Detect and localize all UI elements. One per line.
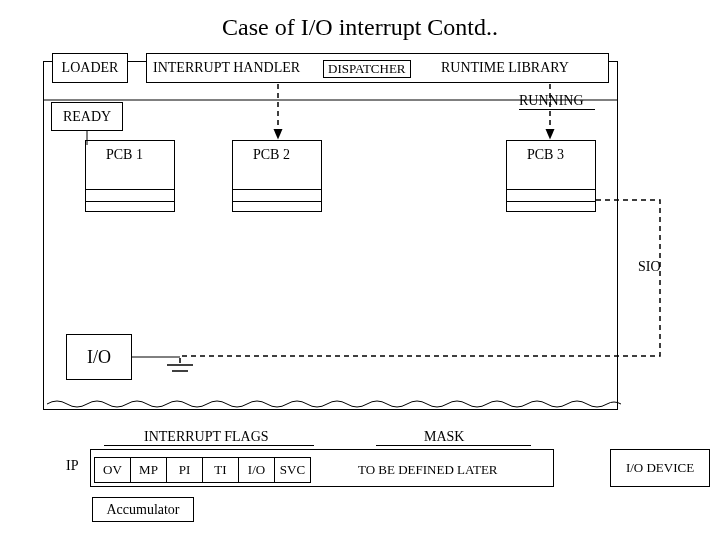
pcb3-label: PCB 3 xyxy=(527,147,564,163)
accumulator-label: Accumulator xyxy=(106,502,179,518)
io-device-label: I/O DEVICE xyxy=(626,460,694,476)
ready-label: READY xyxy=(63,109,111,125)
io-device-box: I/O DEVICE xyxy=(610,449,710,487)
pcb3-row2 xyxy=(506,201,596,202)
runtime-library-label: RUNTIME LIBRARY xyxy=(441,60,569,76)
running-label: RUNNING xyxy=(519,93,584,109)
pcb2-row2 xyxy=(232,201,322,202)
pcb2-row1 xyxy=(232,189,322,190)
ip-label: IP xyxy=(66,458,78,474)
flag-ov: OV xyxy=(95,458,131,483)
ready-state-box: READY xyxy=(51,102,123,131)
interrupt-handler-label: INTERRUPT HANDLER xyxy=(153,60,300,76)
flag-mp: MP xyxy=(131,458,167,483)
running-underline xyxy=(519,109,595,110)
flags-table: OV MP PI TI I/O SVC xyxy=(94,457,311,483)
interrupt-flags-underline xyxy=(104,445,314,446)
flag-svc: SVC xyxy=(275,458,311,483)
accumulator-box: Accumulator xyxy=(92,497,194,522)
dispatcher-label: DISPATCHER xyxy=(323,60,411,78)
io-block-label: I/O xyxy=(87,347,111,368)
pcb3-row1 xyxy=(506,189,596,190)
ih-disp-rtl-box: INTERRUPT HANDLER DISPATCHER RUNTIME LIB… xyxy=(146,53,609,83)
slide-title: Case of I/O interrupt Contd.. xyxy=(0,14,720,41)
loader-box: LOADER xyxy=(52,53,128,83)
interrupt-flags-title: INTERRUPT FLAGS xyxy=(144,429,269,445)
pcb1-row1 xyxy=(85,189,175,190)
flag-io: I/O xyxy=(239,458,275,483)
loader-label: LOADER xyxy=(62,60,119,76)
io-block: I/O xyxy=(66,334,132,380)
flag-pi: PI xyxy=(167,458,203,483)
mask-title: MASK xyxy=(424,429,464,445)
pcb1-row2 xyxy=(85,201,175,202)
mask-text: TO BE DEFINED LATER xyxy=(358,462,498,478)
pcb2-label: PCB 2 xyxy=(253,147,290,163)
flag-ti: TI xyxy=(203,458,239,483)
mask-underline xyxy=(376,445,531,446)
sio-label: SIO xyxy=(638,259,661,275)
pcb1-label: PCB 1 xyxy=(106,147,143,163)
